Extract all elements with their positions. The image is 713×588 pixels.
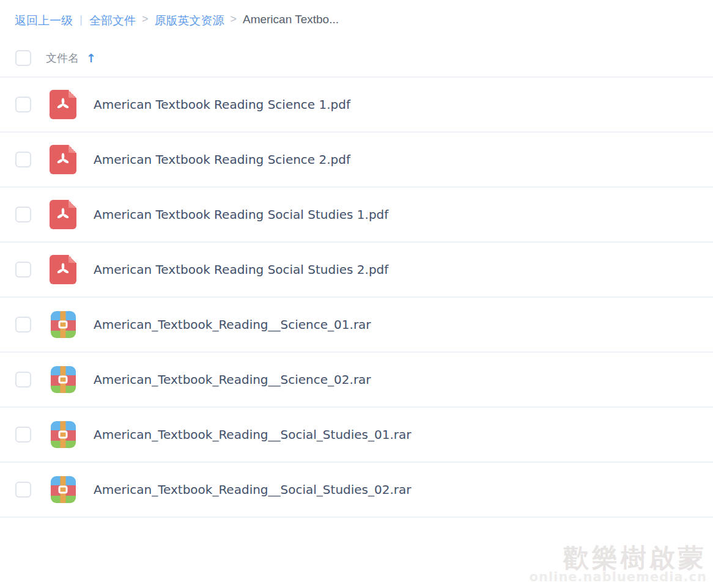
file-type-icon [50,420,76,449]
sort-ascending-icon[interactable]: ↑ [86,51,96,65]
breadcrumb-chevron-icon: > [136,13,155,26]
rar-file-icon [51,476,76,503]
breadcrumb: 返回上一级 | 全部文件 > 原版英文资源 > American Textbo.… [0,0,713,40]
file-row[interactable]: American Textbook Reading Science 2.pdf [0,133,713,188]
file-type-icon [50,255,76,284]
breadcrumb-pipe-separator: | [73,13,89,26]
watermark-calligraphy-text: 歡樂樹啟蒙 [530,545,707,571]
file-list-header: 文件名 ↑ [0,40,713,78]
file-row[interactable]: American Textbook Reading Science 1.pdf [0,78,713,133]
rar-file-icon [51,421,76,448]
breadcrumb-all-files-link[interactable]: 全部文件 [89,13,136,29]
rar-file-icon [51,311,76,338]
pdf-file-icon [50,200,76,229]
file-row[interactable]: American_Textbook_Reading__Social_Studie… [0,463,713,518]
row-checkbox[interactable] [15,207,31,222]
pdf-file-icon [50,255,76,284]
breadcrumb-folder-link[interactable]: 原版英文资源 [154,13,224,29]
select-all-checkbox[interactable] [15,50,31,66]
breadcrumb-current-folder: American Textbo... [243,13,339,26]
column-header-filename[interactable]: 文件名 [46,51,79,65]
file-row[interactable]: American_Textbook_Reading__Social_Studie… [0,408,713,463]
file-type-icon [50,145,76,174]
file-row[interactable]: American Textbook Reading Social Studies… [0,243,713,298]
file-name-link[interactable]: American Textbook Reading Social Studies… [94,262,388,277]
row-checkbox[interactable] [15,97,31,112]
row-checkbox[interactable] [15,317,31,333]
breadcrumb-chevron-icon: > [224,13,243,26]
file-type-icon [50,475,76,504]
row-checkbox[interactable] [15,427,31,443]
file-type-icon [50,200,76,229]
file-type-icon [50,90,76,119]
file-list: American Textbook Reading Science 1.pdf … [0,78,713,518]
file-name-link[interactable]: American Textbook Reading Science 2.pdf [94,152,350,167]
watermark-url-text: online.nabluemedia.cn [530,570,707,584]
file-name-link[interactable]: American Textbook Reading Science 1.pdf [94,97,350,112]
file-name-link[interactable]: American_Textbook_Reading__Science_02.ra… [94,372,371,387]
pdf-file-icon [50,90,76,119]
row-checkbox[interactable] [15,262,31,277]
file-name-link[interactable]: American Textbook Reading Social Studies… [94,207,388,222]
rar-file-icon [51,366,76,393]
file-name-link[interactable]: American_Textbook_Reading__Social_Studie… [94,482,412,497]
file-row[interactable]: American Textbook Reading Social Studies… [0,188,713,243]
file-row[interactable]: American_Textbook_Reading__Science_02.ra… [0,353,713,408]
file-row[interactable]: American_Textbook_Reading__Science_01.ra… [0,298,713,353]
row-checkbox[interactable] [15,152,31,167]
row-checkbox[interactable] [15,372,31,388]
pdf-file-icon [50,145,76,174]
file-name-link[interactable]: American_Textbook_Reading__Science_01.ra… [94,317,371,332]
file-manager-page: 返回上一级 | 全部文件 > 原版英文资源 > American Textbo.… [0,0,713,518]
watermark: 歡樂樹啟蒙 online.nabluemedia.cn [530,545,707,584]
file-type-icon [50,365,76,394]
back-to-parent-link[interactable]: 返回上一级 [15,13,73,29]
row-checkbox[interactable] [15,482,31,498]
file-type-icon [50,310,76,339]
file-name-link[interactable]: American_Textbook_Reading__Social_Studie… [94,427,412,442]
